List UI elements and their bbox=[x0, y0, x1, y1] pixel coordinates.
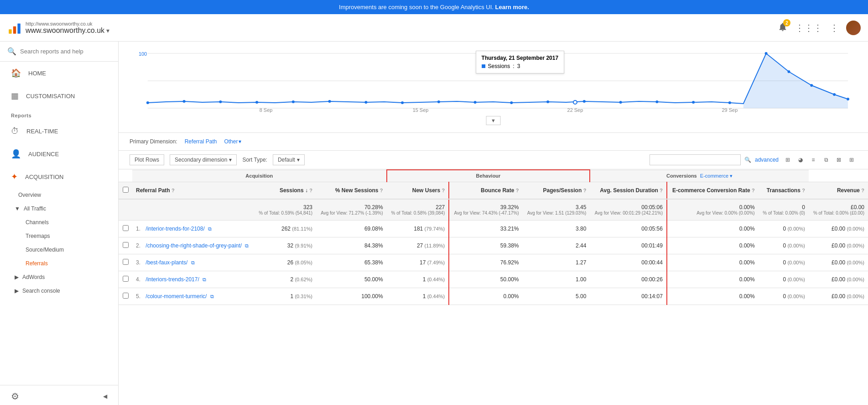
sidebar-item-overview[interactable]: Overview bbox=[0, 188, 118, 202]
row-ecommerce-2: 0.00% bbox=[667, 254, 759, 271]
totals-revenue-cell: £0.00 % of Total: 0.00% (£0.00) bbox=[809, 199, 868, 221]
row-revenue-3: £0.00 (0.00%) bbox=[809, 271, 868, 288]
acquisition-label: ACQUISITION bbox=[25, 174, 64, 180]
sidebar-item-channels[interactable]: Channels bbox=[0, 216, 118, 229]
dropdown-arrow-icon[interactable]: ▾ bbox=[106, 27, 109, 34]
sidebar-item-all-traffic[interactable]: ▼ All Traffic bbox=[0, 202, 118, 216]
totals-pages-cell: 3.45 Avg for View: 1.51 (129.03%) bbox=[523, 199, 590, 221]
row-pages-0: 3.80 bbox=[523, 220, 590, 237]
referral-path-link-3[interactable]: /interiors-trends-2017/ bbox=[146, 276, 199, 283]
referral-path-link-4[interactable]: /colour-moment-turmeric/ bbox=[146, 293, 207, 300]
sort-type-button[interactable]: Default ▾ bbox=[273, 154, 305, 165]
plot-rows-button[interactable]: Plot Rows bbox=[130, 154, 164, 165]
referral-path-link-2[interactable]: /best-faux-plants/ bbox=[146, 259, 187, 266]
totals-pct-new-cell: 70.28% Avg for View: 71.27% (-1.39%) bbox=[316, 199, 387, 221]
sidebar-item-search-console[interactable]: ▶ Search console bbox=[0, 284, 118, 298]
row-avg-duration-0: 00:05:56 bbox=[590, 220, 667, 237]
copy-link-icon-1[interactable]: ⧉ bbox=[245, 243, 249, 248]
row-num-path-2: 3. /best-faux-plants/ ⧉ bbox=[132, 254, 254, 271]
row-checkbox-0[interactable] bbox=[119, 220, 132, 237]
svg-point-30 bbox=[787, 70, 790, 73]
help-icon-avg-session: ? bbox=[660, 188, 663, 193]
chart-expand-button[interactable]: ▼ bbox=[486, 116, 501, 125]
pie-view-icon[interactable]: ◕ bbox=[795, 154, 806, 165]
row-new-users-3: 1 (0.44%) bbox=[387, 271, 449, 288]
help-icon-transactions: ? bbox=[802, 188, 805, 193]
sidebar-item-adwords[interactable]: ▶ AdWords bbox=[0, 270, 118, 284]
svg-rect-1 bbox=[13, 26, 16, 33]
conversions-dropdown[interactable]: E-commerce ▾ bbox=[700, 173, 733, 179]
referral-path-link-1[interactable]: /choosing-the-right-shade-of-grey-paint/ bbox=[146, 242, 242, 249]
table-search-input[interactable] bbox=[650, 154, 741, 165]
row-checkbox-2[interactable] bbox=[119, 254, 132, 271]
site-url-large[interactable]: www.swoonworthy.co.uk ▾ bbox=[26, 26, 109, 35]
copy-link-icon-3[interactable]: ⧉ bbox=[203, 277, 206, 282]
sidebar-item-source-medium[interactable]: Source/Medium bbox=[0, 243, 118, 257]
svg-point-18 bbox=[364, 101, 367, 104]
svg-rect-0 bbox=[9, 29, 11, 34]
row-ecommerce-4: 0.00% bbox=[667, 288, 759, 305]
copy-link-icon-4[interactable]: ⧉ bbox=[210, 294, 214, 299]
row-sessions-1: 32 (9.91%) bbox=[254, 237, 316, 254]
row-checkbox-1[interactable] bbox=[119, 237, 132, 254]
collapse-sidebar-icon[interactable]: ◀ bbox=[103, 393, 107, 400]
grid-view-icon[interactable]: ⊞ bbox=[782, 154, 793, 165]
other-dim[interactable]: Other ▾ bbox=[224, 138, 241, 145]
svg-point-14 bbox=[219, 100, 222, 103]
row-pct-new-3: 50.00% bbox=[316, 271, 387, 288]
settings-icon[interactable]: ⚙ bbox=[11, 391, 19, 402]
custom-view-icon[interactable]: ⊞ bbox=[846, 154, 857, 165]
row-transactions-4: 0 (0.00%) bbox=[759, 288, 809, 305]
user-avatar[interactable] bbox=[846, 21, 861, 35]
row-checkbox-3[interactable] bbox=[119, 271, 132, 288]
select-all-checkbox[interactable] bbox=[123, 187, 129, 193]
row-ecommerce-0: 0.00% bbox=[667, 220, 759, 237]
row-bounce-0: 33.21% bbox=[449, 220, 522, 237]
help-icon-new-users: ? bbox=[442, 188, 445, 193]
help-icon-referral: ? bbox=[172, 188, 175, 193]
copy-link-icon-2[interactable]: ⧉ bbox=[191, 260, 195, 265]
row-sessions-0: 262 (81.11%) bbox=[254, 220, 316, 237]
row-new-users-2: 17 (7.49%) bbox=[387, 254, 449, 271]
header-right: 2 ⋮⋮⋮ ⋮ bbox=[778, 21, 861, 35]
tooltip-dot bbox=[482, 64, 485, 68]
copy-link-icon-0[interactable]: ⧉ bbox=[208, 226, 212, 231]
more-options-icon[interactable]: ⋮ bbox=[830, 22, 839, 33]
apps-icon[interactable]: ⋮⋮⋮ bbox=[795, 22, 822, 33]
ecommerce-conversion-header: E-commerce Conversion Rate ? bbox=[667, 182, 759, 199]
svg-point-33 bbox=[847, 98, 849, 100]
learn-more-link[interactable]: Learn more. bbox=[495, 4, 529, 11]
sidebar-item-treemaps[interactable]: Treemaps bbox=[0, 229, 118, 243]
sidebar-item-home[interactable]: 🏠 HOME bbox=[0, 62, 118, 84]
sidebar-item-realtime[interactable]: ⏱ REAL-TIME bbox=[0, 120, 118, 142]
pivot-view-icon[interactable]: ⊠ bbox=[833, 154, 844, 165]
compare-view-icon[interactable]: ⧉ bbox=[821, 154, 832, 165]
row-transactions-1: 0 (0.00%) bbox=[759, 237, 809, 254]
row-checkbox-4[interactable] bbox=[119, 288, 132, 305]
totals-row: 323 % of Total: 0.59% (54,841) 70.28% Av… bbox=[119, 199, 868, 221]
sidebar-item-customisation[interactable]: ▦ CUSTOMISATION bbox=[0, 84, 118, 107]
referral-path-link-0[interactable]: /interior-trends-for-2108/ bbox=[146, 226, 204, 232]
sessions-header[interactable]: Sessions ↓ ? bbox=[254, 182, 316, 199]
table-search-icon[interactable]: 🔍 bbox=[744, 157, 751, 163]
row-revenue-4: £0.00 (0.00%) bbox=[809, 288, 868, 305]
announcement-text: Improvements are coming soon to the Goog… bbox=[339, 4, 494, 11]
svg-point-15 bbox=[255, 101, 258, 104]
audience-icon: 👤 bbox=[11, 149, 21, 159]
empty-header bbox=[119, 170, 132, 182]
search-input[interactable] bbox=[20, 48, 111, 55]
referral-path-dim[interactable]: Referral Path bbox=[185, 138, 217, 145]
tooltip-number: 3 bbox=[517, 63, 520, 69]
table-row: 5. /colour-moment-turmeric/ ⧉ 1 (0.31%) … bbox=[119, 288, 868, 305]
notification-button[interactable]: 2 bbox=[778, 22, 788, 33]
svg-point-28 bbox=[728, 101, 731, 104]
list-view-icon[interactable]: ≡ bbox=[808, 154, 819, 165]
help-icon-revenue: ? bbox=[861, 188, 864, 193]
sidebar-item-acquisition[interactable]: ✦ ACQUISITION bbox=[0, 165, 118, 188]
secondary-dimension-button[interactable]: Secondary dimension ▾ bbox=[170, 154, 237, 165]
sidebar-item-audience[interactable]: 👤 AUDIENCE bbox=[0, 142, 118, 165]
referral-path-header: Referral Path ? bbox=[132, 182, 254, 199]
advanced-link[interactable]: advanced bbox=[755, 157, 779, 163]
sidebar-item-referrals[interactable]: Referrals bbox=[0, 257, 118, 270]
announcement-bar: Improvements are coming soon to the Goog… bbox=[0, 0, 868, 14]
